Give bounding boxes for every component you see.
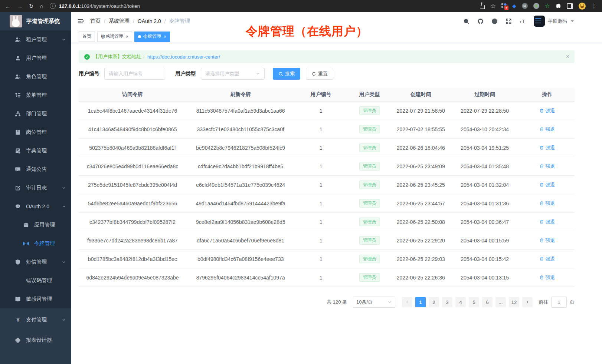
sidebar-item-dept[interactable]: 部门管理 [0,105,71,123]
sidebar-bottom-section: ¥支付管理报表设计器 [0,308,71,364]
force-logout-button[interactable]: 强退 [537,274,557,281]
sidebar-menu: 租户管理用户管理角色管理菜单管理部门管理岗位管理字典管理通知公告审计日志OAut… [0,30,71,364]
sidebar-item-oauth2-token[interactable]: 令牌管理 [0,234,71,253]
page-button-4[interactable]: 4 [455,297,466,307]
extension-star-icon[interactable]: ☆ [545,3,550,9]
extension-grid-icon[interactable]: 9 [501,3,507,9]
browser-forward-icon[interactable]: → [17,3,23,9]
sidebar-item-report-designer[interactable]: 报表设计器 [0,330,71,350]
sidebar-item-dict[interactable]: 字典管理 [0,142,71,160]
page-button-5[interactable]: 5 [469,297,479,307]
share-icon[interactable] [480,5,485,9]
breadcrumb-item[interactable]: 系统管理 [109,18,130,24]
url-bar[interactable]: i 127.0.0.1:1024/system/oauth2/token [50,3,140,9]
reset-button-label: 重置 [318,70,328,77]
extension-gem-icon[interactable]: ◆ [512,3,516,9]
page-button-1[interactable]: 1 [415,297,426,307]
tab-home[interactable]: 首页 [79,32,95,42]
user-menu[interactable]: 芋道源码 [534,16,575,27]
sidebar-item-oauth2[interactable]: OAuth 2.0 [0,197,71,216]
cell-access-token: 41c41346a548490f9dc8b01c6bfe0865 [79,120,186,139]
force-logout-button[interactable]: 强退 [537,126,557,133]
cell-actions: 强退 [520,194,575,213]
search-icon[interactable] [463,18,470,24]
bookmark-star-icon[interactable]: ☆ [490,3,496,9]
sidebar-item-menu[interactable]: 菜单管理 [0,86,71,105]
sidebar-item-post[interactable]: 岗位管理 [0,123,71,142]
force-logout-button[interactable]: 强退 [537,218,557,226]
sidebar-item-label: OAuth 2.0 [26,203,49,209]
browser-profile-avatar[interactable] [579,3,586,10]
sidebar-item-tenant[interactable]: 租户管理 [0,30,71,49]
browser-reload-icon[interactable]: ↻ [29,3,34,9]
tab-sensitive-word[interactable]: 敏感词管理× [97,32,132,42]
font-size-icon[interactable]: TT [520,18,526,24]
page-button-2[interactable]: 2 [429,297,439,307]
tab-oauth2-token[interactable]: 令牌管理× [134,32,170,42]
table-row: 41c41346a548490f9dc8b01c6bfe0865333ecfc7… [79,120,575,139]
sidebar-item-audit-log[interactable]: 审计日志 [0,179,71,197]
next-page-button[interactable]: › [522,297,533,307]
github-icon[interactable] [477,18,484,24]
search-button[interactable]: 搜索 [273,68,300,80]
fullscreen-icon[interactable] [506,18,512,24]
browser-home-icon[interactable]: ⌂ [40,3,43,9]
collapse-sidebar-icon[interactable] [77,18,84,24]
breadcrumb-item[interactable]: 首页 [90,18,101,24]
sidebar-item-error-code[interactable]: 错误码管理 [0,271,71,290]
cell-created-time: 2022-06-25 22:26:36 [392,268,449,287]
browser-menu-icon[interactable]: ⋮ [591,3,597,9]
side-panel-icon[interactable] [567,3,573,9]
help-icon[interactable] [491,18,498,24]
cell-actions: 强退 [520,250,575,268]
sidebar-item-sms[interactable]: 短信管理 [0,253,71,271]
reset-button[interactable]: 重置 [306,68,333,80]
user-type-tag: 管理员 [359,199,380,208]
extensions-puzzle-icon[interactable] [556,3,561,9]
alert-doc-link[interactable]: https://doc.iocoder.cn/user-center/ [147,54,220,60]
pager-ellipsis[interactable]: ... [495,297,506,307]
force-logout-button[interactable]: 强退 [537,255,557,263]
table-row: c342377bf8b344799dcbf7bf095287f29ce8ef2a… [79,213,575,231]
force-logout-button[interactable]: 强退 [537,163,557,170]
force-logout-button[interactable]: 强退 [537,144,557,152]
page-size-select[interactable]: 10条/页 [353,297,395,308]
user-type-select[interactable]: 请选择用户类型 [201,68,265,80]
page-button-3[interactable]: 3 [442,297,452,307]
breadcrumb-item[interactable]: OAuth 2.0 [138,18,161,24]
site-info-icon[interactable]: i [50,3,56,9]
force-logout-button[interactable]: 强退 [537,200,557,207]
sidebar-item-notice[interactable]: 通知公告 [0,160,71,179]
trash-icon [539,108,544,113]
cell-refresh-token: b0df4980ffd34c67a08f9156e4eee733 [186,250,295,268]
close-icon[interactable]: × [164,34,166,39]
extension-command-icon[interactable]: ⌘ [522,3,528,9]
sidebar: 芋道管理系统 租户管理用户管理角色管理菜单管理部门管理岗位管理字典管理通知公告审… [0,12,71,364]
app-title: 芋道管理系统 [26,18,60,25]
table-row: 1ea5e44f8bc1467aaede43144f31de76811c5304… [79,102,575,120]
browser-back-icon[interactable]: ← [5,3,11,9]
cell-user-type: 管理员 [347,213,392,231]
user-id-placeholder: 请输入用户编号 [109,70,143,77]
force-logout-button[interactable]: 强退 [537,107,557,115]
user-type-tag: 管理员 [359,162,380,171]
sidebar-item-user[interactable]: 用户管理 [0,49,71,67]
force-logout-button[interactable]: 强退 [537,181,557,189]
cell-created-time: 2022-06-25 23:49:09 [392,157,449,176]
breadcrumb-separator: / [104,18,105,24]
sidebar-item-pay[interactable]: ¥支付管理 [0,310,71,330]
sidebar-item-sensitive-word[interactable]: 敏感词管理 [0,290,71,308]
force-logout-button[interactable]: 强退 [537,237,557,244]
extension-record-icon[interactable] [533,3,539,9]
close-icon[interactable]: × [126,34,128,39]
alert-close-icon[interactable]: × [566,54,569,60]
prev-page-button[interactable]: ‹ [402,297,412,307]
page-button-12[interactable]: 12 [509,297,519,307]
goto-page-input[interactable]: 1 [551,297,567,308]
sidebar-item-role[interactable]: 角色管理 [0,67,71,86]
page-button-6[interactable]: 6 [482,297,493,307]
user-id-label: 用户编号 [79,70,99,77]
user-id-input[interactable]: 请输入用户编号 [104,68,165,80]
sidebar-item-oauth2-app[interactable]: 应用管理 [0,216,71,234]
sidebar-item-label: 部门管理 [26,110,47,117]
